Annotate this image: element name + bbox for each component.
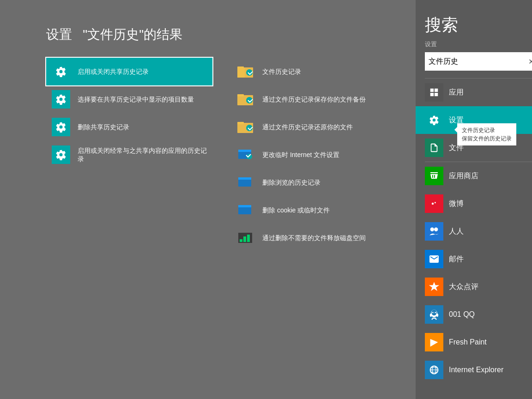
freshpaint-label: Fresh Paint [449, 338, 532, 346]
tooltip: 文件历史记录 保留文件的历史记录 [457, 123, 516, 145]
apps-icon [425, 83, 443, 102]
left-panel: 设置 "文件历史"的结果 启用或关闭共享历史记录 选择要在共享历史记录中显示的项… [0, 0, 416, 399]
store-icon [425, 167, 443, 185]
app-dianping-item[interactable]: 大众点评 [416, 273, 532, 301]
setting-item-3[interactable]: 删除共享历史记录 [46, 113, 212, 141]
right-setting-3[interactable]: 通过文件历史记录还原你的文件 [231, 113, 397, 141]
svg-rect-34 [435, 319, 437, 320]
app-qq-item[interactable]: 001 QQ [416, 301, 532, 328]
setting-item-2[interactable]: 选择要在共享历史记录中显示的项目数量 [46, 85, 212, 113]
internet-icon-2 [236, 173, 255, 192]
gear-icon-4 [52, 145, 70, 164]
title-sub: "文件历史"的结果 [83, 27, 182, 42]
folder-icon-2 [236, 90, 255, 109]
settings-icon [425, 111, 443, 129]
svg-rect-32 [432, 318, 436, 319]
mail-icon [425, 250, 443, 268]
search-box: ✕ [425, 52, 532, 71]
left-col: 启用或关闭共享历史记录 选择要在共享历史记录中显示的项目数量 删除共享历史记录 … [46, 58, 212, 252]
title-main: 设置 [46, 27, 72, 42]
right-setting-text-5: 删除浏览的历史记录 [262, 178, 320, 187]
svg-rect-18 [240, 239, 242, 242]
dianping-label: 大众点评 [449, 282, 532, 292]
internet-icon-1 [236, 145, 255, 164]
folder-icon-1 [236, 62, 255, 81]
settings-grid: 启用或关闭共享历史记录 选择要在共享历史记录中显示的项目数量 删除共享历史记录 … [46, 58, 397, 252]
weibo-icon [425, 194, 443, 213]
gear-icon-3 [52, 118, 70, 136]
setting-item-4[interactable]: 启用或关闭经常与之共享内容的应用的历史记录 [46, 141, 212, 169]
svg-point-31 [436, 314, 438, 317]
right-setting-text-3: 通过文件历史记录还原你的文件 [262, 123, 353, 131]
right-setting-5[interactable]: 删除浏览的历史记录 [231, 169, 397, 196]
internet-icon-3 [236, 201, 255, 219]
folder-icon-3 [236, 118, 255, 136]
right-setting-text-7: 通过删除不需要的文件释放磁盘空间 [262, 234, 366, 242]
search-subtitle: 设置 [416, 40, 532, 52]
svg-rect-8 [237, 122, 244, 124]
search-title: 搜索 [416, 0, 532, 40]
right-setting-4[interactable]: 更改临时 Internet 文件设置 [231, 141, 397, 169]
renren-label: 人人 [449, 227, 532, 236]
qq-icon [425, 305, 443, 324]
setting-text-1: 启用或关闭共享历史记录 [78, 67, 149, 76]
renren-icon [425, 222, 443, 241]
app-mail-item[interactable]: 邮件 [416, 245, 532, 273]
app-weibo-item[interactable]: 微博 [416, 190, 532, 218]
svg-point-23 [435, 202, 436, 203]
tooltip-line1: 文件历史记录 [462, 126, 512, 134]
right-col: 文件历史记录 保留文件的历史记录 文件历史记录 [231, 58, 397, 252]
result-apps[interactable]: 应用 0 [416, 79, 532, 106]
svg-point-22 [432, 203, 434, 205]
svg-rect-19 [243, 236, 246, 242]
right-setting-1[interactable]: 文件历史记录 [231, 58, 397, 85]
apps-label: 应用 [449, 88, 532, 97]
search-input[interactable] [425, 52, 525, 71]
ie-label: Internet Explorer [449, 366, 532, 374]
right-setting-text-6: 删除 cookie 或临时文件 [262, 206, 330, 214]
right-setting-text-4: 更改临时 Internet 文件设置 [262, 151, 339, 159]
app-store-label: 应用商店 [449, 171, 532, 181]
svg-rect-16 [238, 205, 251, 207]
gear-icon-1 [52, 62, 70, 81]
svg-rect-2 [237, 66, 244, 69]
freshpaint-icon [425, 333, 443, 351]
right-panel: 搜索 设置 ✕ 应用 0 设置 11 [416, 0, 532, 399]
app-ie-item[interactable]: Internet Explorer [416, 356, 532, 384]
setting-text-2: 选择要在共享历史记录中显示的项目数量 [78, 95, 194, 103]
qq-label: 001 QQ [449, 310, 532, 319]
setting-text-4: 启用或关闭经常与之共享内容的应用的历史记录 [78, 146, 207, 163]
svg-rect-11 [238, 150, 251, 152]
setting-item-1[interactable]: 启用或关闭共享历史记录 [46, 58, 212, 85]
right-setting-text-1: 文件历史记录 [262, 67, 301, 76]
weibo-label: 微博 [449, 199, 532, 209]
tooltip-line2: 保留文件的历史记录 [462, 134, 512, 143]
svg-point-25 [434, 228, 438, 231]
right-setting-7[interactable]: 通过删除不需要的文件释放磁盘空间 [231, 224, 397, 252]
app-store-item[interactable]: 应用商店 [416, 162, 532, 190]
svg-rect-5 [237, 94, 244, 97]
svg-point-29 [435, 312, 436, 313]
page-title: 设置 "文件历史"的结果 [46, 18, 397, 44]
app-list: 应用商店 微博 人人 [416, 162, 532, 399]
mail-label: 邮件 [449, 254, 532, 264]
svg-point-24 [430, 228, 434, 231]
svg-rect-33 [431, 319, 433, 320]
chart-icon [236, 229, 255, 247]
files-icon [425, 139, 443, 157]
gear-icon-2 [52, 90, 70, 109]
app-renren-item[interactable]: 人人 [416, 218, 532, 245]
svg-rect-20 [247, 235, 250, 242]
right-setting-6[interactable]: 删除 cookie 或临时文件 [231, 196, 397, 224]
dianping-icon [425, 278, 443, 296]
setting-text-3: 删除共享历史记录 [78, 123, 129, 131]
svg-point-30 [430, 314, 432, 317]
svg-rect-1 [237, 67, 245, 78]
app-freshpaint-item[interactable]: Fresh Paint [416, 328, 532, 356]
right-setting-text-2: 通过文件历史记录保存你的文件备份 [262, 95, 366, 103]
right-setting-2[interactable]: 通过文件历史记录保存你的文件备份 [231, 85, 397, 113]
svg-rect-14 [238, 177, 251, 180]
svg-point-28 [432, 312, 434, 313]
search-clear-button[interactable]: ✕ [525, 52, 532, 71]
ie-icon [425, 361, 443, 379]
